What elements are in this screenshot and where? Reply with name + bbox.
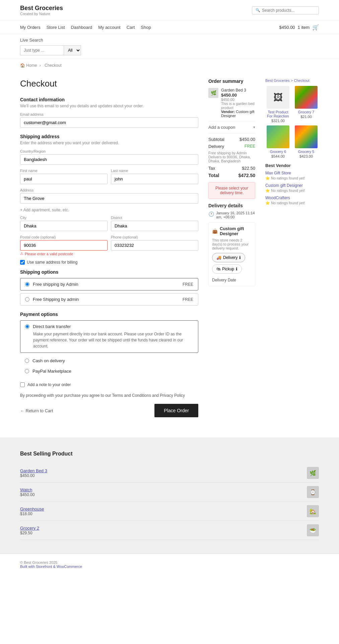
add-note-row: Add a note to your order [20, 382, 198, 387]
city-district-row: City District Dhaka [20, 216, 198, 235]
email-field[interactable] [20, 117, 198, 128]
nav-store-list[interactable]: Store List [47, 25, 65, 30]
best-selling-name-1[interactable]: Garden Bed 3 [20, 468, 47, 473]
error-icon: ⚠ [20, 252, 23, 256]
search-input[interactable] [262, 8, 315, 13]
search-icon: 🔍 [256, 8, 260, 12]
nav-my-orders[interactable]: My Orders [20, 25, 41, 30]
add-note-checkbox[interactable] [20, 382, 25, 387]
best-selling-item-4: Grocery 2 $29.50 🥗 [20, 521, 319, 540]
payment-radio-paypal[interactable] [25, 369, 29, 373]
best-selling-name-4[interactable]: Grocery 2 [20, 526, 39, 531]
pickup-btn[interactable]: 🛍 Pickup ℹ [212, 264, 242, 274]
add-note-label: Add a note to your order [27, 382, 71, 387]
built-with-link[interactable]: Built with Storefront & WooCommerce [20, 565, 82, 569]
place-order-button[interactable]: Place Order [154, 404, 198, 417]
breadcrumb-home[interactable]: Home [26, 63, 37, 68]
phone-field[interactable] [111, 240, 198, 251]
sidebar-product-price-3: $544.00 [265, 154, 291, 158]
sidebar-product-name-1[interactable]: Test Product For Rejection [265, 110, 291, 118]
postal-error: ⚠ Please enter a valid postcode [20, 252, 108, 256]
best-selling-title: Best Selling Product [20, 451, 319, 457]
delivery-btn[interactable]: 🚚 Delivery ℹ [212, 253, 245, 262]
sidebar-product-price-1: $321.00 [265, 119, 291, 123]
site-title: Best Groceries [20, 5, 63, 12]
shipping-address-section: Shipping address Enter the address where… [20, 134, 198, 265]
country-group: Country/Region Bangladesh [20, 149, 198, 165]
order-summary-section: Order summary 🌿 Garden Bed 3 $450.00 $45… [208, 78, 255, 417]
payment-label-paypal: PayPal Marketplace [32, 369, 71, 374]
vendor-link-custom[interactable]: Custom gift Designer [265, 183, 319, 188]
shipping-desc: Enter the address where you want your or… [20, 141, 198, 145]
header-search[interactable]: 🔍 [252, 6, 319, 14]
shipping-option-2[interactable]: Free Shipping by admin FREE [20, 293, 198, 306]
sidebar-product-1: 🖼 Test Product For Rejection $321.00 [265, 86, 291, 123]
postal-field[interactable] [20, 240, 108, 251]
sidebar-breadcrumb-link[interactable]: Best Groceries > Checkout [265, 78, 310, 83]
best-selling-name-3[interactable]: Greenhouse [20, 506, 44, 512]
sidebar-product-3: Grocery 6 $544.00 [265, 125, 291, 158]
vendor-box-name: Custom gift Designer [220, 226, 252, 236]
site-footer: © Best Groceries 2025 Built with Storefr… [0, 553, 339, 575]
shipping-radio-1[interactable] [25, 282, 29, 286]
nav-shop[interactable]: Shop [141, 25, 151, 30]
shipping-option-1[interactable]: Free shipping by Admin FREE [20, 278, 198, 290]
payment-paypal[interactable]: PayPal Marketplace [20, 366, 198, 376]
coupon-row[interactable]: Add a coupon ▾ [208, 121, 255, 133]
cart-icon[interactable]: 🛒 [312, 24, 319, 31]
best-selling-price-3: $18.00 [20, 512, 44, 516]
email-label: Email address [20, 112, 198, 116]
order-summary-title: Order summary [208, 78, 255, 84]
address-field[interactable] [20, 193, 198, 204]
terms-text: By proceeding with your purchase you agr… [20, 392, 198, 398]
payment-radio-cash[interactable] [25, 359, 29, 363]
lastname-field[interactable] [111, 174, 198, 184]
country-select[interactable]: Bangladesh [20, 154, 198, 165]
site-nav: My Orders Store List Dashboard My accoun… [0, 21, 339, 34]
delivery-note: Free shipping by Admin [208, 151, 255, 155]
best-vendor-title: Best Vendor [265, 163, 319, 168]
sidebar-product-name-2[interactable]: Grocery 7 [293, 110, 319, 114]
vendor-link-wood[interactable]: WoodCrafters [265, 196, 319, 200]
same-billing-checkbox[interactable] [20, 260, 25, 265]
coupon-label: Add a coupon [208, 125, 235, 130]
best-selling-list: Garden Bed 3 $450.00 🌿 Watch $450.00 ⌚ G… [20, 464, 319, 540]
sidebar-product-img-3 [267, 125, 289, 148]
vendor-rating-max: ⭐ No ratings found yet! [265, 176, 319, 180]
subtotal-value: $450.00 [240, 137, 255, 142]
firstname-label: First name [20, 169, 108, 173]
firstname-group: First name [20, 169, 108, 184]
payment-direct-bank[interactable]: Direct bank transfer Make your payment d… [20, 320, 198, 353]
return-to-cart-link[interactable]: ← Return to Cart [20, 408, 53, 413]
payment-radio-direct[interactable] [25, 324, 29, 329]
order-item: 🌿 Garden Bed 3 $450.00 $450.00 This is a… [208, 88, 255, 118]
nav-cart[interactable]: Cart [127, 25, 135, 30]
shipping-price-2: FREE [183, 297, 193, 302]
clock-icon: 🕐 [208, 211, 214, 217]
info-icon: ℹ [239, 255, 241, 260]
firstname-field[interactable] [20, 174, 108, 184]
vendor-icon: 👜 [212, 228, 218, 234]
nav-my-account[interactable]: My account [98, 25, 120, 30]
vendor-max-gift: Max Gift Store ⭐ No ratings found yet! [265, 171, 319, 180]
vendor-custom-gift: Custom gift Designer ⭐ No ratings found … [265, 183, 319, 193]
subtotal-row: Subtotal $450.00 [208, 137, 255, 142]
sidebar-product-name-4[interactable]: Grocery 5 [293, 150, 319, 154]
payment-cash[interactable]: Cash on delivery [20, 356, 198, 366]
vendor-link-max[interactable]: Max Gift Store [265, 171, 319, 175]
order-item-vendor: Vendor: Custom gift Designer [221, 110, 255, 118]
phone-label: Phone (optional) [111, 235, 198, 239]
nav-dashboard[interactable]: Dashboard [71, 25, 92, 30]
add-apartment-link[interactable]: + Add apartment, suite, etc. [20, 208, 198, 212]
city-field[interactable] [20, 221, 108, 231]
district-select[interactable]: Dhaka [111, 221, 198, 231]
lastname-group: Last name [111, 169, 198, 184]
live-search-filter[interactable]: All [64, 45, 81, 55]
site-branding: Best Groceries Created by Nature [20, 5, 63, 16]
contact-desc: We'll use this email to send you details… [20, 104, 198, 108]
live-search-input[interactable] [20, 45, 64, 55]
sidebar-product-name-3[interactable]: Grocery 6 [265, 150, 291, 154]
shipping-radio-2[interactable] [25, 297, 29, 302]
best-selling-name-2[interactable]: Watch [20, 487, 35, 492]
sidebar-product-img-2 [295, 86, 318, 109]
